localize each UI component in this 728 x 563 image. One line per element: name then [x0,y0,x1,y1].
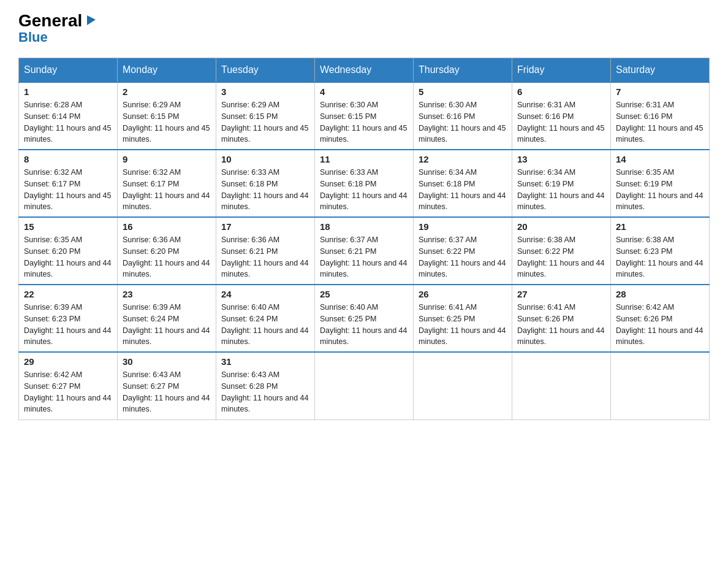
day-number: 11 [320,154,408,164]
day-number: 16 [123,221,211,232]
day-info: Sunrise: 6:30 AM Sunset: 6:16 PM Dayligh… [419,99,507,145]
calendar-cell: 9 Sunrise: 6:32 AM Sunset: 6:17 PM Dayli… [118,150,216,217]
day-number: 26 [419,289,507,299]
day-number: 1 [24,86,112,97]
calendar-cell: 22 Sunrise: 6:39 AM Sunset: 6:23 PM Dayl… [19,285,118,352]
calendar-cell: 6 Sunrise: 6:31 AM Sunset: 6:16 PM Dayli… [512,82,611,150]
day-info: Sunrise: 6:31 AM Sunset: 6:16 PM Dayligh… [616,99,704,145]
day-info: Sunrise: 6:42 AM Sunset: 6:26 PM Dayligh… [616,302,704,348]
weekday-thursday: Thursday [414,58,512,83]
day-number: 12 [419,154,507,164]
calendar-cell: 15 Sunrise: 6:35 AM Sunset: 6:20 PM Dayl… [19,217,118,285]
calendar-cell: 4 Sunrise: 6:30 AM Sunset: 6:15 PM Dayli… [315,82,414,150]
day-info: Sunrise: 6:34 AM Sunset: 6:18 PM Dayligh… [419,167,507,213]
day-info: Sunrise: 6:28 AM Sunset: 6:14 PM Dayligh… [24,99,112,145]
logo-general: General [18,12,82,29]
weekday-header-row: SundayMondayTuesdayWednesdayThursdayFrid… [19,58,710,83]
logo: General Blue [18,12,98,45]
day-number: 5 [419,86,507,97]
day-number: 23 [123,289,211,299]
day-info: Sunrise: 6:37 AM Sunset: 6:21 PM Dayligh… [320,234,408,280]
day-info: Sunrise: 6:29 AM Sunset: 6:15 PM Dayligh… [221,99,309,145]
calendar-cell: 21 Sunrise: 6:38 AM Sunset: 6:23 PM Dayl… [611,217,710,285]
day-info: Sunrise: 6:35 AM Sunset: 6:20 PM Dayligh… [24,234,112,280]
calendar-cell: 7 Sunrise: 6:31 AM Sunset: 6:16 PM Dayli… [611,82,710,150]
calendar-cell: 19 Sunrise: 6:37 AM Sunset: 6:22 PM Dayl… [414,217,512,285]
day-number: 2 [123,86,211,97]
logo-triangle-icon [85,13,98,26]
day-number: 27 [517,289,605,299]
weekday-sunday: Sunday [19,58,118,83]
calendar-cell: 23 Sunrise: 6:39 AM Sunset: 6:24 PM Dayl… [118,285,216,352]
day-number: 8 [24,154,112,164]
day-info: Sunrise: 6:34 AM Sunset: 6:19 PM Dayligh… [517,167,605,213]
day-info: Sunrise: 6:33 AM Sunset: 6:18 PM Dayligh… [320,167,408,213]
weekday-wednesday: Wednesday [315,58,414,83]
calendar-cell: 31 Sunrise: 6:43 AM Sunset: 6:28 PM Dayl… [216,352,315,419]
day-number: 10 [221,154,309,164]
day-number: 30 [123,356,211,367]
day-info: Sunrise: 6:43 AM Sunset: 6:28 PM Dayligh… [221,369,309,415]
day-number: 31 [221,356,309,367]
weekday-friday: Friday [512,58,611,83]
day-info: Sunrise: 6:29 AM Sunset: 6:15 PM Dayligh… [123,99,211,145]
calendar-cell [315,352,414,419]
day-number: 18 [320,221,408,232]
calendar-cell: 30 Sunrise: 6:43 AM Sunset: 6:27 PM Dayl… [118,352,216,419]
day-number: 14 [616,154,704,164]
day-number: 7 [616,86,704,97]
day-info: Sunrise: 6:41 AM Sunset: 6:25 PM Dayligh… [419,302,507,348]
day-info: Sunrise: 6:40 AM Sunset: 6:25 PM Dayligh… [320,302,408,348]
day-number: 4 [320,86,408,97]
day-info: Sunrise: 6:36 AM Sunset: 6:21 PM Dayligh… [221,234,309,280]
calendar-week-4: 22 Sunrise: 6:39 AM Sunset: 6:23 PM Dayl… [19,285,710,352]
day-info: Sunrise: 6:43 AM Sunset: 6:27 PM Dayligh… [123,369,211,415]
calendar-cell: 3 Sunrise: 6:29 AM Sunset: 6:15 PM Dayli… [216,82,315,150]
calendar-cell: 10 Sunrise: 6:33 AM Sunset: 6:18 PM Dayl… [216,150,315,217]
calendar-cell [611,352,710,419]
day-info: Sunrise: 6:32 AM Sunset: 6:17 PM Dayligh… [123,167,211,213]
day-number: 15 [24,221,112,232]
day-info: Sunrise: 6:31 AM Sunset: 6:16 PM Dayligh… [517,99,605,145]
calendar-cell: 25 Sunrise: 6:40 AM Sunset: 6:25 PM Dayl… [315,285,414,352]
day-number: 21 [616,221,704,232]
calendar-cell: 13 Sunrise: 6:34 AM Sunset: 6:19 PM Dayl… [512,150,611,217]
calendar-week-1: 1 Sunrise: 6:28 AM Sunset: 6:14 PM Dayli… [19,82,710,150]
svg-marker-0 [87,15,96,25]
calendar-week-3: 15 Sunrise: 6:35 AM Sunset: 6:20 PM Dayl… [19,217,710,285]
day-number: 22 [24,289,112,299]
day-info: Sunrise: 6:36 AM Sunset: 6:20 PM Dayligh… [123,234,211,280]
logo-blue: Blue [18,29,48,45]
day-number: 6 [517,86,605,97]
calendar-cell: 24 Sunrise: 6:40 AM Sunset: 6:24 PM Dayl… [216,285,315,352]
weekday-tuesday: Tuesday [216,58,315,83]
calendar-cell: 27 Sunrise: 6:41 AM Sunset: 6:26 PM Dayl… [512,285,611,352]
calendar-cell: 16 Sunrise: 6:36 AM Sunset: 6:20 PM Dayl… [118,217,216,285]
day-number: 17 [221,221,309,232]
calendar-cell: 5 Sunrise: 6:30 AM Sunset: 6:16 PM Dayli… [414,82,512,150]
day-number: 25 [320,289,408,299]
calendar-table: SundayMondayTuesdayWednesdayThursdayFrid… [18,58,710,420]
day-number: 9 [123,154,211,164]
day-info: Sunrise: 6:39 AM Sunset: 6:23 PM Dayligh… [24,302,112,348]
day-info: Sunrise: 6:38 AM Sunset: 6:22 PM Dayligh… [517,234,605,280]
day-info: Sunrise: 6:40 AM Sunset: 6:24 PM Dayligh… [221,302,309,348]
day-info: Sunrise: 6:37 AM Sunset: 6:22 PM Dayligh… [419,234,507,280]
day-info: Sunrise: 6:35 AM Sunset: 6:19 PM Dayligh… [616,167,704,213]
weekday-saturday: Saturday [611,58,710,83]
day-number: 13 [517,154,605,164]
calendar-cell: 12 Sunrise: 6:34 AM Sunset: 6:18 PM Dayl… [414,150,512,217]
day-number: 20 [517,221,605,232]
day-number: 28 [616,289,704,299]
weekday-monday: Monday [118,58,216,83]
calendar-cell: 8 Sunrise: 6:32 AM Sunset: 6:17 PM Dayli… [19,150,118,217]
day-number: 29 [24,356,112,367]
day-info: Sunrise: 6:33 AM Sunset: 6:18 PM Dayligh… [221,167,309,213]
calendar-cell [512,352,611,419]
calendar-cell [414,352,512,419]
calendar-cell: 11 Sunrise: 6:33 AM Sunset: 6:18 PM Dayl… [315,150,414,217]
day-number: 3 [221,86,309,97]
calendar-cell: 2 Sunrise: 6:29 AM Sunset: 6:15 PM Dayli… [118,82,216,150]
day-number: 24 [221,289,309,299]
page-header: General Blue [18,12,710,45]
